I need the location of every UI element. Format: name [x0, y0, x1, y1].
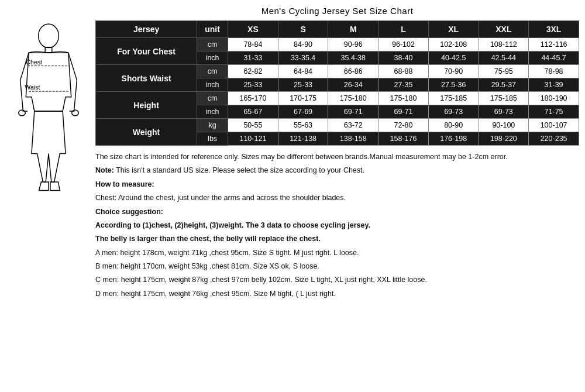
data-cell-xxl: 75-95: [479, 65, 529, 78]
body-figure: Chest Waist: [11, 23, 87, 199]
data-cell-m: 63-72: [328, 119, 378, 132]
svg-point-2: [18, 110, 25, 116]
table-row: For Your Chestcm78-8484-9090-9696-102102…: [96, 38, 579, 51]
data-cell-m: 90-96: [328, 38, 378, 51]
col-xl: XL: [428, 21, 479, 38]
data-cell-xxl: 175-185: [479, 92, 529, 105]
note-label: Note:: [95, 166, 114, 174]
data-cell-xl: 27.5-36: [428, 78, 479, 92]
disclaimer-text: The size chart is intended for reference…: [95, 152, 579, 163]
table-row: Shorts Waistcm62-8264-8466-8668-8870-907…: [96, 65, 579, 78]
example-a: A men: height 178cm, weight 71kg ,chest …: [95, 247, 579, 259]
data-cell-l: 38-40: [378, 51, 429, 65]
data-cell-s: 55-63: [278, 119, 328, 132]
data-cell-xs: 165-170: [228, 92, 278, 105]
table-row: Weightkg50-5555-6363-7272-8080-9090-1001…: [96, 119, 579, 132]
data-cell-l: 27-35: [378, 78, 429, 92]
table-header-row: Jersey unit XS S M L XL XXL 3XL: [96, 21, 579, 38]
size-table: Jersey unit XS S M L XL XXL 3XL For Your…: [95, 20, 579, 146]
data-cell-xl: 176-198: [428, 132, 479, 146]
data-cell-xl: 102-108: [428, 38, 479, 51]
unit-cell: cm: [197, 38, 228, 51]
how-label: How to measure:: [95, 179, 579, 190]
data-cell-xs: 110-121: [228, 132, 278, 146]
how-text: Chest: Around the chest, just under the …: [95, 192, 579, 204]
data-cell-xxl: 42.5-44: [479, 51, 529, 65]
data-cell-m: 69-71: [328, 105, 378, 119]
data-cell-s: 67-69: [278, 105, 328, 119]
col-m: M: [328, 21, 378, 38]
data-cell-xs: 62-82: [228, 65, 278, 78]
data-cell-m: 66-86: [328, 65, 378, 78]
data-cell-xs: 50-55: [228, 119, 278, 132]
data-cell-3xl: 180-190: [529, 92, 579, 105]
col-jersey: Jersey: [96, 21, 197, 38]
unit-cell: kg: [197, 119, 228, 132]
unit-cell: lbs: [197, 132, 228, 146]
figure-column: Chest Waist: [6, 6, 91, 302]
example-d: D men: height 175cm, weight 76kg ,chest …: [95, 288, 579, 300]
data-cell-3xl: 71-75: [529, 105, 579, 119]
data-cell-3xl: 78-98: [529, 65, 579, 78]
data-cell-3xl: 44-45.7: [529, 51, 579, 65]
data-cell-xxl: 108-112: [479, 38, 529, 51]
data-cell-xxl: 29.5-37: [479, 78, 529, 92]
svg-text:Chest: Chest: [26, 59, 42, 66]
choice-suggestion-label: Choice suggestion:: [95, 208, 163, 216]
note-text: This isn't a standard US size. Please se…: [116, 166, 364, 174]
unit-cell: cm: [197, 65, 228, 78]
col-s: S: [278, 21, 328, 38]
data-cell-s: 64-84: [278, 65, 328, 78]
svg-point-0: [38, 24, 58, 48]
col-l: L: [378, 21, 429, 38]
choice-line1: According to (1)chest, (2)height, (3)wei…: [95, 220, 579, 231]
data-cell-xxl: 90-100: [479, 119, 529, 132]
unit-cell: inch: [197, 105, 228, 119]
unit-cell: inch: [197, 78, 228, 92]
col-3xl: 3XL: [529, 21, 579, 38]
data-cell-3xl: 100-107: [529, 119, 579, 132]
data-cell-xs: 78-84: [228, 38, 278, 51]
category-cell: Shorts Waist: [96, 65, 197, 92]
data-cell-3xl: 31-39: [529, 78, 579, 92]
data-cell-xs: 31-33: [228, 51, 278, 65]
chart-title: Men's Cycling Jersey Set Size Chart: [95, 6, 579, 16]
data-cell-m: 26-34: [328, 78, 378, 92]
data-cell-s: 25-33: [278, 78, 328, 92]
col-xs: XS: [228, 21, 278, 38]
example-b: B men: height 170cm, weight 53kg ,chest …: [95, 261, 579, 272]
right-column: Men's Cycling Jersey Set Size Chart Jers…: [95, 6, 579, 302]
svg-text:Waist: Waist: [25, 84, 40, 91]
category-cell: Height: [96, 92, 197, 119]
note-line: Note: This isn't a standard US size. Ple…: [95, 165, 579, 176]
page-container: Chest Waist Men's Cycling Jersey Set Siz…: [0, 0, 585, 308]
svg-point-3: [71, 110, 78, 116]
data-cell-xl: 175-185: [428, 92, 479, 105]
data-cell-xxl: 69-73: [479, 105, 529, 119]
notes-section: The size chart is intended for reference…: [95, 152, 579, 302]
data-cell-xs: 65-67: [228, 105, 278, 119]
col-xxl: XXL: [479, 21, 529, 38]
category-cell: Weight: [96, 119, 197, 146]
data-cell-s: 33-35.4: [278, 51, 328, 65]
how-to-measure-label: How to measure:: [95, 180, 154, 188]
data-cell-m: 35.4-38: [328, 51, 378, 65]
data-cell-xxl: 198-220: [479, 132, 529, 146]
unit-cell: inch: [197, 51, 228, 65]
data-cell-m: 138-158: [328, 132, 378, 146]
data-cell-m: 175-180: [328, 92, 378, 105]
example-c: C men: height 175cm, weight 87kg ,chest …: [95, 274, 579, 286]
table-row: Heightcm165-170170-175175-180175-180175-…: [96, 92, 579, 105]
unit-cell: cm: [197, 92, 228, 105]
data-cell-xs: 25-33: [228, 78, 278, 92]
col-unit: unit: [197, 21, 228, 38]
data-cell-l: 72-80: [378, 119, 429, 132]
choice-label: Choice suggestion:: [95, 207, 579, 218]
data-cell-l: 96-102: [378, 38, 429, 51]
data-cell-l: 69-71: [378, 105, 429, 119]
category-cell: For Your Chest: [96, 38, 197, 65]
data-cell-s: 121-138: [278, 132, 328, 146]
data-cell-s: 170-175: [278, 92, 328, 105]
data-cell-l: 175-180: [378, 92, 429, 105]
data-cell-l: 68-88: [378, 65, 429, 78]
